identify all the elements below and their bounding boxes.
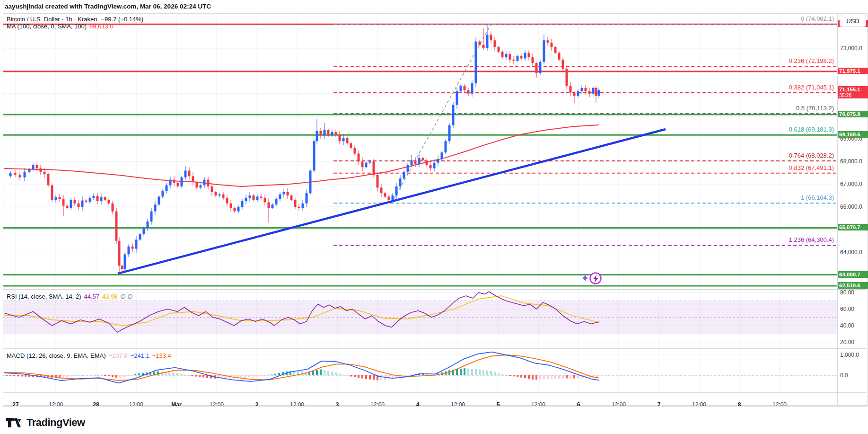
fib-level-label: 0.236 (72,198.2)	[789, 57, 834, 64]
time-axis-label[interactable]: Mar	[162, 401, 191, 408]
price-axis-label[interactable]: 64,000.0	[840, 249, 862, 256]
price-axis-label[interactable]: 66,000.0	[840, 204, 862, 210]
price-axis-label[interactable]: 73,000.0	[840, 45, 862, 52]
flash-boost-icon[interactable]	[580, 270, 605, 288]
fib-level-label: 0.832 (67,491.1)	[789, 164, 834, 171]
ma-legend[interactable]: MA (100, close, 0, SMA, 100)69,613.0	[7, 23, 114, 30]
time-axis-label[interactable]: 12:00	[765, 401, 794, 408]
tradingview-logo-text: TradingView	[26, 416, 85, 429]
time-axis-label[interactable]: 2	[243, 401, 271, 408]
time-axis-label[interactable]: 27	[1, 401, 30, 408]
fib-level-label: 1.236 (64,300.4)	[789, 236, 834, 243]
tradingview-chart-page: aayushjindal created with TradingView.co…	[0, 0, 868, 434]
price-axis-label[interactable]: 67,000.0	[840, 181, 862, 187]
time-axis-label[interactable]: 7	[645, 401, 673, 408]
macd-line-value: −241.1	[131, 352, 149, 359]
macd-hist-value: −107.8	[109, 352, 128, 359]
change-value: −99.7 (−0.14%)	[101, 16, 143, 23]
tradingview-logo-mark	[6, 416, 23, 430]
attribution-text: aayushjindal created with TradingView.co…	[5, 3, 211, 10]
ma-label: MA (100, close, 0, SMA, 100)	[7, 23, 87, 30]
fib-level-label: 0 (74,062.1)	[801, 15, 834, 22]
rsi-label: RSI (14, close, SMA, 14, 2)	[7, 293, 81, 300]
rsi-bands-empty: ∅ ∅	[121, 293, 133, 300]
time-axis-label[interactable]: 12:00	[202, 401, 231, 408]
macd-label: MACD (12, 26, close, 9, EMA, EMA)	[7, 352, 106, 359]
time-axis-label[interactable]: 5	[484, 401, 512, 408]
time-axis-label[interactable]: 12:00	[524, 401, 552, 408]
time-axis-label[interactable]: 8	[725, 401, 754, 408]
current-price-badge: 71,155.135:28	[838, 86, 868, 98]
tradingview-logo[interactable]: TradingView	[6, 416, 85, 430]
price-line-badge: 69,168.6	[838, 131, 868, 138]
ma-value: 69,613.0	[89, 23, 114, 30]
price-axis-label[interactable]: 68,000.0	[840, 158, 862, 165]
fib-level-label: 0.382 (71,045.1)	[789, 84, 834, 91]
rsi-value: 44.57	[84, 293, 100, 300]
rsi-axis-label[interactable]: 40.00	[840, 322, 854, 329]
symbol-legend[interactable]: Bitcoin / U.S. Dollar · 1h · Kraken−99.7…	[7, 16, 143, 23]
time-axis-label[interactable]: 12:00	[122, 401, 150, 408]
rsi-axis-label[interactable]: 60.00	[840, 306, 854, 312]
fib-level-label: 1 (66,164.3)	[801, 194, 834, 201]
macd-legend[interactable]: MACD (12, 26, close, 9, EMA, EMA)−107.8−…	[7, 352, 171, 359]
time-axis-label[interactable]: 12:00	[685, 401, 713, 408]
macd-signal-value: −133.4	[152, 352, 171, 359]
macd-axis-label[interactable]: 0.0	[840, 372, 848, 379]
time-axis-label[interactable]: 12:00	[42, 401, 70, 408]
symbol-title: Bitcoin / U.S. Dollar · 1h · Kraken	[7, 16, 97, 23]
time-axis-label[interactable]: 12:00	[363, 401, 392, 408]
time-axis-label[interactable]: 6	[564, 401, 593, 408]
fib-level-label: 0.618 (69,181.3)	[789, 126, 834, 133]
fib-level-label: 0.764 (68,028.2)	[789, 152, 834, 159]
chart-canvas[interactable]	[0, 0, 868, 434]
rsi-axis-label[interactable]: 20.00	[840, 339, 854, 345]
price-line-badge: 63,000.7	[838, 271, 868, 278]
price-line-badge: 71,975.1	[838, 68, 868, 74]
time-axis-label[interactable]: 12:00	[283, 401, 311, 408]
time-axis-label[interactable]: 3	[323, 401, 351, 408]
macd-axis-label[interactable]: 1,000.0	[840, 352, 859, 358]
price-line-badge: 65,070.7	[838, 224, 868, 230]
currency-unit-button[interactable]: USD	[840, 15, 866, 27]
fib-level-label: 0.5 (70,113.2)	[796, 105, 834, 112]
rsi-legend[interactable]: RSI (14, close, SMA, 14, 2)44.5743.98∅ ∅	[7, 293, 133, 300]
price-line-badge: 62,510.6	[838, 282, 868, 289]
rsi-ma-value: 43.98	[102, 293, 118, 300]
price-line-badge: 70,075.9	[838, 111, 868, 117]
time-axis-label[interactable]: 28	[82, 401, 110, 408]
time-axis-label[interactable]: 12:00	[605, 401, 633, 408]
time-axis-label[interactable]: 12:00	[444, 401, 472, 408]
rsi-axis-label[interactable]: 80.00	[840, 289, 854, 296]
time-axis-label[interactable]: 4	[403, 401, 432, 408]
